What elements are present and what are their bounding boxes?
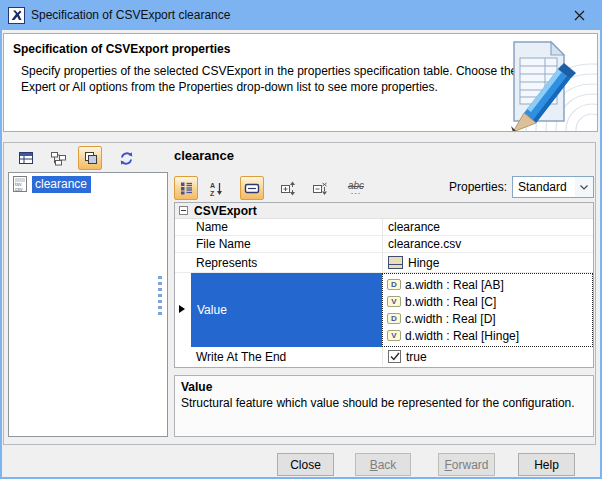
row-file-name-value: clearance.csv: [388, 237, 461, 251]
chevron-down-icon: [575, 177, 593, 197]
forward-button[interactable]: Forward: [438, 453, 495, 476]
row-value-label-cell[interactable]: Value: [191, 273, 382, 347]
svg-text:Z: Z: [210, 189, 215, 196]
svg-text:csv: csv: [15, 186, 23, 192]
panel-splitter-handle[interactable]: [158, 276, 162, 316]
properties-dropdown[interactable]: Standard: [512, 176, 594, 198]
value-item[interactable]: D c.width : Real [D]: [387, 310, 592, 327]
title-bar[interactable]: Specification of CSVExport clearance: [0, 0, 602, 30]
row-value[interactable]: Value D a.width : Real [AB] V b.width : …: [175, 273, 593, 347]
svg-text:A: A: [210, 182, 215, 189]
help-button[interactable]: Help: [518, 453, 575, 476]
value-item[interactable]: D a.width : Real [AB]: [387, 276, 592, 293]
specification-dialog: Specification of CSVExport clearance: [0, 0, 602, 479]
properties-table: CSVExport Name clearance File Name clear…: [174, 202, 594, 368]
value-list[interactable]: D a.width : Real [AB] V b.width : Real […: [382, 273, 593, 347]
document-pencil-illustration: [497, 36, 597, 132]
close-icon[interactable]: [557, 0, 602, 30]
row-represents-value: Hinge: [388, 256, 439, 270]
group-row-csvexport[interactable]: CSVExport: [175, 203, 593, 219]
csv-file-icon: tsv csv: [11, 176, 29, 192]
properties-dropdown-value: Standard: [513, 180, 567, 194]
tree-item-label: clearance: [32, 176, 91, 193]
sort-alphabetically-icon[interactable]: A Z: [204, 176, 228, 200]
row-write-at-the-end[interactable]: Write At The End true: [175, 347, 593, 366]
collapse-group-icon[interactable]: [179, 206, 188, 215]
property-v-icon: V: [387, 330, 401, 341]
row-file-name[interactable]: File Name clearance.csv: [175, 236, 593, 253]
block-icon: [388, 256, 403, 269]
categorized-view-icon[interactable]: [174, 176, 198, 200]
group-name: CSVExport: [194, 204, 257, 218]
description-title: Value: [181, 380, 587, 394]
window-title: Specification of CSVExport clearance: [31, 8, 230, 22]
properties-toolbar: A Z: [174, 175, 594, 201]
row-represents[interactable]: Represents Hinge: [175, 253, 593, 273]
description-text: Structural feature which value should be…: [181, 396, 587, 410]
magicdraw-app-icon: [8, 7, 25, 24]
value-item[interactable]: V b.width : Real [C]: [387, 293, 592, 310]
properties-label: Properties:: [449, 180, 507, 194]
properties-table-icon[interactable]: [14, 146, 38, 170]
property-d-icon: D: [387, 313, 401, 324]
expand-icon[interactable]: [276, 176, 300, 200]
collapse-icon[interactable]: [308, 176, 332, 200]
selected-element-title: clearance: [174, 148, 234, 163]
property-v-icon: V: [387, 296, 401, 307]
property-d-icon: D: [387, 279, 401, 290]
row-represents-label: Represents: [196, 256, 257, 270]
close-button[interactable]: Close: [277, 453, 334, 476]
checkbox-checked-icon[interactable]: [388, 350, 401, 363]
row-name[interactable]: Name clearance: [175, 219, 593, 236]
row-file-name-label: File Name: [196, 237, 251, 251]
row-write-value: true: [388, 350, 427, 364]
filter-abc-icon[interactable]: abc ...: [344, 176, 368, 200]
back-button[interactable]: Back: [355, 453, 411, 476]
row-name-value: clearance: [388, 220, 440, 234]
element-tree-panel[interactable]: tsv csv clearance: [8, 172, 168, 437]
row-name-label: Name: [196, 220, 228, 234]
description-panel: Value Structural feature which value sho…: [174, 375, 594, 437]
refresh-icon[interactable]: [114, 146, 138, 170]
row-write-label: Write At The End: [196, 350, 286, 364]
tree-structure-icon[interactable]: [46, 146, 70, 170]
tree-toolbar: [14, 144, 138, 172]
dialog-client-area: Specification of CSVExport properties Sp…: [2, 30, 600, 477]
cascade-windows-icon[interactable]: [78, 146, 102, 170]
selected-row-arrow-icon: [179, 305, 185, 313]
value-item[interactable]: V d.width : Real [Hinge]: [387, 327, 592, 344]
header-panel: Specification of CSVExport properties Sp…: [3, 33, 598, 132]
description-area-icon[interactable]: [240, 176, 264, 200]
tree-item-clearance[interactable]: tsv csv clearance: [11, 175, 167, 193]
